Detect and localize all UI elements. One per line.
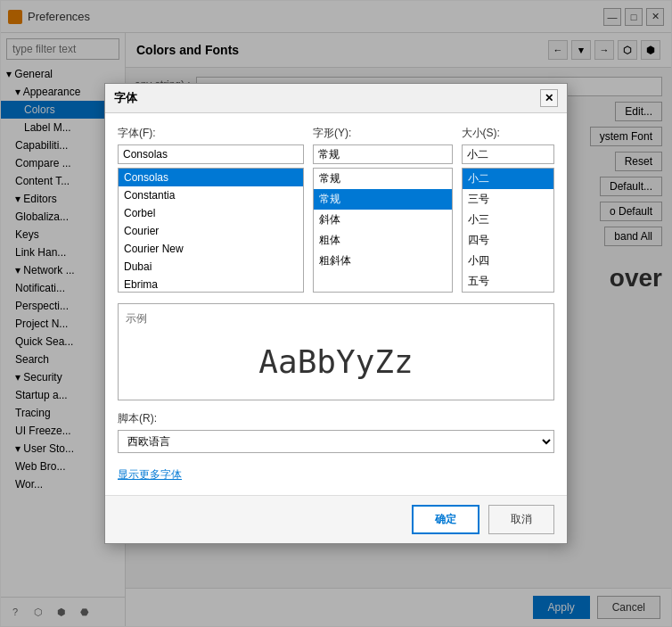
script-label: 脚本(R):: [118, 411, 554, 426]
font-size-item[interactable]: 小四: [463, 251, 553, 271]
font-size-list[interactable]: 小二三号小三四号小四五号小五: [462, 168, 554, 293]
dialog-close-button[interactable]: ✕: [540, 89, 558, 107]
font-style-item[interactable]: 粗体: [314, 230, 452, 251]
dialog-cancel-button[interactable]: 取消: [488, 505, 554, 534]
font-name-item[interactable]: Dubai: [119, 258, 303, 276]
font-style-item[interactable]: 粗斜体: [314, 251, 452, 271]
font-style-input[interactable]: [313, 144, 453, 164]
font-name-input[interactable]: [118, 144, 304, 164]
font-size-label: 大小(S):: [462, 126, 554, 141]
font-style-list[interactable]: 常规常规斜体粗体粗斜体: [313, 168, 453, 293]
preferences-window: Preferences — □ ✕ ▾ General▾ AppearanceC…: [0, 0, 672, 627]
dialog-overlay: 字体 ✕ 字体(F): ConsolasConstantiaCorbelCour…: [1, 1, 671, 626]
font-name-item[interactable]: Courier New: [119, 240, 303, 258]
font-style-label: 字形(Y):: [313, 126, 453, 141]
font-size-item[interactable]: 小三: [463, 210, 553, 230]
preview-box: AaBbYyZz: [126, 330, 546, 392]
preview-label: 示例: [126, 311, 546, 326]
font-style-item[interactable]: 常规: [314, 169, 452, 189]
dialog-title: 字体: [114, 90, 137, 106]
script-select[interactable]: 西欧语言: [118, 430, 554, 453]
font-style-item[interactable]: 常规: [314, 189, 452, 210]
dialog-title-bar: 字体 ✕: [105, 84, 567, 113]
font-size-item[interactable]: 小二: [463, 169, 553, 189]
font-name-item[interactable]: Consolas: [119, 169, 303, 186]
font-name-item[interactable]: Corbel: [119, 204, 303, 222]
font-dialog: 字体 ✕ 字体(F): ConsolasConstantiaCorbelCour…: [104, 83, 568, 544]
font-style-item[interactable]: 斜体: [314, 210, 452, 230]
font-size-item[interactable]: 小五: [463, 292, 553, 293]
font-name-label: 字体(F):: [118, 126, 304, 141]
font-name-item[interactable]: Ebrima: [119, 276, 303, 293]
font-size-col: 大小(S): 小二三号小三四号小四五号小五: [462, 126, 554, 293]
font-size-item[interactable]: 五号: [463, 271, 553, 292]
font-size-item[interactable]: 三号: [463, 189, 553, 210]
font-name-item[interactable]: Courier: [119, 222, 303, 240]
font-size-input[interactable]: [462, 144, 554, 164]
font-style-col: 字形(Y): 常规常规斜体粗体粗斜体: [313, 126, 453, 293]
font-selectors-row: 字体(F): ConsolasConstantiaCorbelCourierCo…: [118, 126, 554, 293]
script-section: 脚本(R): 西欧语言: [118, 411, 554, 453]
font-name-list[interactable]: ConsolasConstantiaCorbelCourierCourier N…: [118, 168, 304, 293]
dialog-footer: 确定 取消: [105, 495, 567, 543]
dialog-body: 字体(F): ConsolasConstantiaCorbelCourierCo…: [105, 113, 567, 495]
font-name-item[interactable]: Constantia: [119, 186, 303, 204]
ok-button[interactable]: 确定: [412, 505, 479, 534]
font-size-item[interactable]: 四号: [463, 230, 553, 251]
more-fonts-link[interactable]: 显示更多字体: [118, 467, 554, 483]
font-name-col: 字体(F): ConsolasConstantiaCorbelCourierCo…: [118, 126, 304, 293]
preview-section: 示例 AaBbYyZz: [118, 303, 554, 400]
